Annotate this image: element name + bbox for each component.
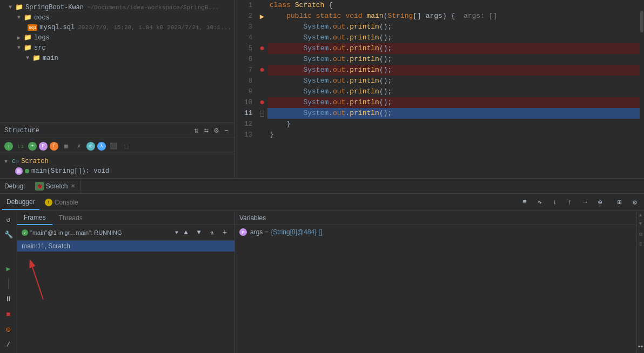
tree-item-logs[interactable]: 📁 logs	[0, 32, 234, 43]
tree-arrow-main	[26, 55, 31, 61]
thread-dropdown-arrow[interactable]: ▼	[175, 230, 178, 236]
struct-icon-green-circle[interactable]: ↓	[4, 142, 13, 151]
frames-area: Frames Threads "main"@1 in gr…main": RUN…	[17, 211, 235, 353]
struct-class-item[interactable]: C○ Scratch	[0, 157, 234, 166]
console-tab-btn[interactable]: ! Console	[41, 195, 83, 210]
line-num-5: 5	[235, 43, 252, 54]
tree-meta-springboot: ~/Documents/idea-workspace/SpringB...	[87, 4, 219, 11]
frames-tab[interactable]: Frames	[17, 211, 52, 225]
step-into-btn[interactable]: ↓	[548, 196, 562, 209]
stop-side-btn[interactable]: ■	[2, 308, 15, 321]
tree-arrow-springboot	[9, 4, 14, 10]
debugger-tab-btn[interactable]: Debugger	[2, 195, 39, 210]
run-btn[interactable]: →	[578, 196, 592, 209]
struct-icon-teal[interactable]: ◎	[86, 142, 95, 151]
type-string: String	[387, 11, 413, 22]
tree-item-main[interactable]: 📁 main	[0, 53, 234, 63]
grid-view-btn[interactable]: ⊞	[613, 196, 627, 209]
scroll-up-btn[interactable]: ▲	[637, 211, 645, 220]
var-value-args: {String[0]@484} []	[271, 228, 322, 236]
view-breakpoints-btn[interactable]: ◎	[2, 323, 15, 336]
struct-icon-unindent[interactable]: ⬚	[121, 141, 132, 152]
struct-icon-gray2[interactable]: ✗	[73, 141, 84, 152]
console-tab-label: Console	[55, 199, 78, 206]
folder-icon-main: 📁	[32, 54, 41, 62]
struct-icon-sort-alpha[interactable]: ↓₂	[15, 141, 26, 152]
struct-method-item[interactable]: m main(String[]): void	[0, 166, 234, 176]
breakpoint-line10[interactable]: ●	[258, 97, 266, 108]
struct-icon-purple[interactable]: P	[39, 142, 48, 151]
hint-args: args: []	[464, 11, 497, 22]
code-line-9: System.out.println();	[267, 86, 640, 97]
variables-content: P args = {String[0]@484} []	[235, 225, 636, 353]
step-out-btn[interactable]: ↑	[563, 196, 577, 209]
frames-tab-label: Frames	[24, 214, 46, 221]
code-line-10: System.out.println();	[267, 97, 640, 108]
thread-filter-btn[interactable]: ⚗	[206, 227, 217, 238]
minimize-icon-btn[interactable]: −	[223, 126, 230, 135]
thread-up-btn[interactable]: ▲	[180, 227, 191, 238]
editor-scroll-thumb[interactable]	[640, 11, 643, 32]
debug-tab-close[interactable]: ✕	[71, 183, 75, 189]
settings2-btn[interactable]: ⚙	[628, 196, 642, 209]
code-line-3: System.out.println();	[267, 22, 640, 32]
line-num-8: 8	[235, 76, 252, 86]
tree-item-docs[interactable]: 📁 docs	[0, 12, 234, 23]
brace-open: {	[328, 0, 333, 11]
struct-icon-gray1[interactable]: ▦	[61, 141, 71, 152]
code-content[interactable]: class Scratch { public static void main(…	[267, 0, 640, 178]
view-btn[interactable]: ◫	[637, 239, 645, 248]
mute-breakpoints-btn[interactable]: /	[2, 338, 15, 351]
struct-class-type-icon: C○	[12, 158, 19, 165]
editor-scrollbar[interactable]	[640, 0, 644, 178]
copy-btn[interactable]: ⧉	[637, 230, 645, 239]
struct-icon-indent[interactable]: ⬛	[108, 141, 119, 152]
wrench-btn[interactable]: 🔧	[2, 228, 15, 241]
console-icon: !	[45, 199, 52, 206]
breakpoint-line5[interactable]: ●	[258, 43, 266, 54]
frame-item-0[interactable]: main:11, Scratch	[17, 241, 234, 252]
debugger-tab-label: Debugger	[6, 198, 35, 206]
folder-icon-docs: 📁	[24, 13, 32, 22]
debug-section: Debug: 🐞 Scratch ✕ Debugger ! Console ≡ …	[0, 178, 644, 353]
tree-label-mysql: mysql.sql	[39, 24, 75, 31]
debug-tab-scratch[interactable]: 🐞 Scratch ✕	[30, 179, 82, 194]
tree-item-springboot[interactable]: 📁 SpringBoot-Kwan ~/Documents/idea-works…	[0, 2, 234, 12]
pause-side-btn[interactable]: ⏸	[2, 293, 15, 306]
struct-method-name: main(String[]): void	[31, 167, 109, 175]
threads-tab[interactable]: Threads	[52, 211, 89, 225]
struct-icon-green2[interactable]: +	[28, 142, 37, 151]
hamburger-btn[interactable]: ≡	[518, 196, 532, 209]
tree-item-mysql[interactable]: sql mysql.sql 2023/7/9, 15:28, 1.84 kB 2…	[0, 23, 234, 32]
tree-meta-mysql: 2023/7/9, 15:28, 1.84 kB 2023/7/21, 10:1…	[78, 24, 231, 31]
thread-down-btn[interactable]: ▼	[193, 227, 204, 238]
step-over-btn[interactable]: ↷	[533, 196, 547, 209]
sort-icon-btn[interactable]: ⇅	[192, 125, 200, 135]
tree-item-src[interactable]: 📁 src	[0, 43, 234, 53]
breakpoint-line7[interactable]: ●	[258, 65, 266, 76]
evaluate-btn[interactable]: ⊛	[593, 196, 607, 209]
settings-icon-btn[interactable]: ⚙	[212, 125, 220, 135]
line-num-11: 11	[235, 108, 252, 119]
glasses-btn[interactable]: 👓	[637, 342, 645, 351]
sidebar: 📁 SpringBoot-Kwan ~/Documents/idea-works…	[0, 0, 235, 178]
resume-btn[interactable]: ↺	[2, 213, 15, 226]
thread-add-btn[interactable]: +	[219, 227, 230, 238]
sort2-icon-btn[interactable]: ⇆	[203, 125, 210, 135]
scroll-down-btn[interactable]: ▼	[637, 220, 645, 228]
debug-left-toolbar: ↺ 🔧 ▶ ⏸ ■ ◎ /	[0, 211, 17, 353]
bracket: []	[413, 11, 425, 22]
struct-icon-orange[interactable]: f	[50, 142, 58, 151]
tree-arrow-logs	[17, 35, 23, 41]
breakpoint-icon-10: ●	[259, 98, 265, 107]
line-num-6: 6	[235, 54, 252, 65]
play-side-btn[interactable]: ▶	[2, 262, 15, 275]
fold-marker-line12[interactable]: −	[258, 108, 266, 119]
struct-class-name: Scratch	[21, 158, 48, 165]
code-line-2: public static void main(String[] args) {…	[267, 11, 640, 22]
code-line-13: }	[267, 130, 640, 140]
thread-status-indicator	[22, 229, 28, 236]
structure-icons-row: ↓ ↓₂ + P f ▦ ✗ ◎ λ ⬛ ⬚	[0, 138, 234, 154]
struct-icon-blue-lambda[interactable]: λ	[97, 142, 106, 151]
paren-open: (	[384, 11, 388, 22]
